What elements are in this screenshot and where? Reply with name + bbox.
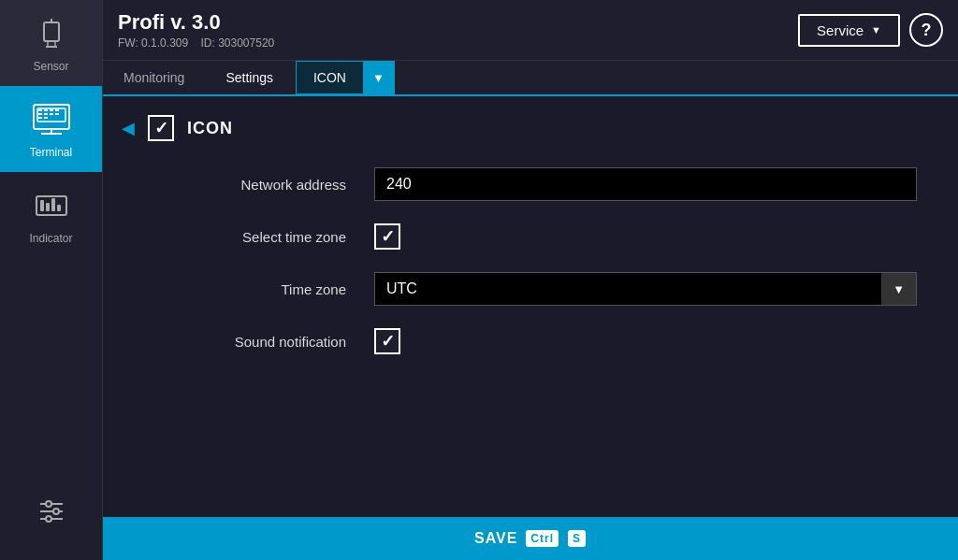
app-subtitle: FW: 0.1.0.309 ID: 303007520: [118, 36, 274, 50]
svg-rect-11: [44, 113, 48, 115]
save-kbd2: S: [568, 530, 586, 547]
network-address-label: Network address: [150, 177, 356, 193]
time-zone-dropdown-arrow[interactable]: ▼: [881, 273, 916, 305]
time-zone-value: UTC: [375, 273, 881, 305]
svg-point-24: [46, 501, 51, 507]
main-content: Profi v. 3.0 FW: 0.1.0.309 ID: 303007520…: [103, 0, 958, 560]
help-label: ?: [922, 21, 932, 40]
help-button[interactable]: ?: [909, 13, 943, 47]
sensor-icon: [31, 13, 72, 54]
time-zone-select[interactable]: UTC ▼: [374, 272, 917, 306]
network-address-input[interactable]: [374, 167, 917, 201]
svg-rect-7: [44, 109, 48, 111]
sound-notification-checkbox[interactable]: [374, 328, 400, 354]
select-time-zone-field: [374, 223, 917, 250]
svg-rect-21: [51, 198, 55, 211]
svg-rect-6: [38, 109, 42, 111]
tab-icon-dropdown[interactable]: ICON ▼: [296, 61, 395, 94]
terminal-label: Terminal: [30, 146, 72, 159]
sidebar-item-config[interactable]: [0, 478, 102, 545]
sound-notification-field: [374, 328, 917, 354]
save-kbd1: Ctrl: [526, 530, 559, 547]
tabs-bar: Monitoring Settings ICON ▼: [103, 61, 958, 96]
icon-checkbox[interactable]: [148, 115, 174, 141]
section-header: ◀ ICON: [122, 115, 930, 141]
save-label: SAVE: [474, 530, 517, 547]
sidebar-item-indicator[interactable]: Indicator: [0, 172, 102, 258]
sidebar-item-terminal[interactable]: Terminal: [0, 86, 102, 172]
header: Profi v. 3.0 FW: 0.1.0.309 ID: 303007520…: [103, 0, 958, 61]
sensor-label: Sensor: [33, 60, 68, 73]
svg-rect-15: [44, 117, 48, 119]
sidebar-item-sensor[interactable]: Sensor: [0, 0, 102, 86]
tab-settings[interactable]: Settings: [205, 61, 294, 96]
sidebar: Sensor Terminal: [0, 0, 103, 560]
service-dropdown-arrow: ▼: [871, 24, 881, 36]
save-button[interactable]: SAVE Ctrl S: [103, 517, 958, 560]
config-icon: [31, 491, 72, 532]
svg-rect-8: [50, 109, 53, 111]
service-label: Service: [817, 22, 864, 38]
svg-rect-13: [55, 113, 59, 115]
sidebar-bottom: [0, 478, 102, 560]
service-button[interactable]: Service ▼: [798, 14, 900, 47]
svg-rect-14: [38, 117, 42, 119]
terminal-icon: [31, 99, 72, 140]
header-actions: Service ▼ ?: [798, 13, 943, 47]
section-collapse-icon[interactable]: ◀: [122, 118, 135, 138]
sound-notification-label: Sound notification: [150, 334, 356, 350]
svg-point-27: [53, 509, 59, 514]
svg-rect-22: [57, 205, 61, 211]
content-area: ◀ ICON Network address Select time zone …: [103, 96, 958, 517]
svg-rect-12: [50, 113, 53, 115]
svg-rect-9: [55, 109, 59, 111]
app-info: Profi v. 3.0 FW: 0.1.0.309 ID: 303007520: [118, 10, 274, 50]
section-title: ICON: [187, 119, 233, 138]
tab-icon-arrow[interactable]: ▼: [363, 62, 394, 93]
tab-monitoring[interactable]: Monitoring: [103, 61, 205, 96]
time-zone-label: Time zone: [150, 281, 356, 297]
indicator-icon: [31, 185, 72, 226]
settings-form: Network address Select time zone Time zo…: [150, 167, 917, 354]
select-time-zone-label: Select time zone: [150, 229, 356, 245]
select-time-zone-checkbox[interactable]: [374, 223, 400, 250]
app-title: Profi v. 3.0: [118, 10, 274, 35]
svg-rect-10: [38, 113, 42, 115]
tab-icon-label[interactable]: ICON: [297, 62, 363, 93]
app-id: ID: 303007520: [201, 36, 275, 50]
app-fw: FW: 0.1.0.309: [118, 36, 188, 50]
svg-rect-0: [44, 22, 59, 41]
indicator-label: Indicator: [29, 232, 72, 245]
svg-point-30: [46, 516, 51, 522]
svg-rect-19: [40, 200, 44, 211]
svg-rect-20: [46, 203, 50, 211]
